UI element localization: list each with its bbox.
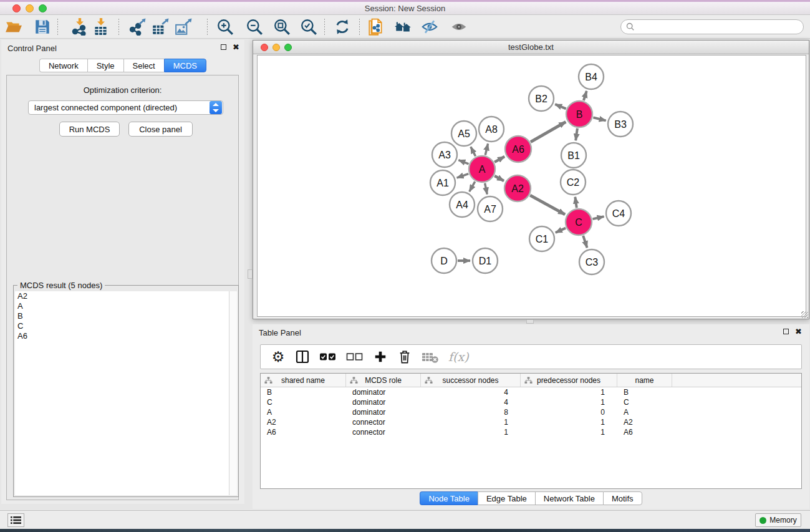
- deselect-all-icon[interactable]: [346, 348, 364, 365]
- result-list-scrollbar[interactable]: [229, 291, 237, 495]
- graph-node-A4[interactable]: A4: [450, 192, 475, 217]
- zoom-selected-icon[interactable]: [297, 17, 320, 37]
- column-header-successor-nodes[interactable]: successor nodes: [421, 374, 521, 387]
- graph-edge-B-B3[interactable]: [593, 117, 605, 120]
- memory-button[interactable]: Memory: [755, 513, 801, 527]
- tab-motifs[interactable]: Motifs: [603, 491, 642, 505]
- mcds-result-item[interactable]: C: [15, 321, 229, 331]
- table-cell[interactable]: dominator: [346, 398, 421, 407]
- table-cell[interactable]: 0: [521, 408, 617, 417]
- tab-mcds[interactable]: MCDS: [164, 59, 206, 72]
- export-image-icon[interactable]: [172, 17, 195, 37]
- graph-edge-A-A5[interactable]: [471, 147, 476, 156]
- delete-row-icon[interactable]: [397, 348, 412, 365]
- graph-node-B2[interactable]: B2: [529, 86, 554, 111]
- table-cell[interactable]: 1: [521, 388, 617, 397]
- table-cell[interactable]: C: [261, 398, 346, 407]
- graph-node-A1[interactable]: A1: [430, 170, 455, 195]
- tab-node-table[interactable]: Node Table: [420, 491, 478, 505]
- mcds-result-item[interactable]: A6: [15, 331, 229, 341]
- table-row[interactable]: Cdominator41C: [261, 397, 801, 407]
- column-header-predecessor-nodes[interactable]: predecessor nodes: [521, 374, 617, 387]
- table-cell[interactable]: C: [617, 398, 672, 407]
- mcds-result-item[interactable]: B: [15, 311, 229, 321]
- table-cell[interactable]: dominator: [346, 408, 421, 417]
- table-row[interactable]: Adominator80A: [261, 407, 801, 417]
- import-network-icon[interactable]: [69, 17, 91, 37]
- table-row[interactable]: A6connector11A6: [261, 427, 801, 437]
- table-cell[interactable]: 4: [421, 388, 521, 397]
- graph-edge-A6-B[interactable]: [531, 122, 566, 142]
- table-cell[interactable]: 8: [421, 408, 521, 417]
- network-minimize-button[interactable]: [272, 44, 280, 51]
- graph-node-A5[interactable]: A5: [451, 121, 476, 146]
- optimization-criterion-select[interactable]: largest connected component (directed): [28, 100, 223, 115]
- graph-edge-B-B1[interactable]: [576, 128, 577, 140]
- network-document-icon[interactable]: [365, 17, 387, 37]
- table-cell[interactable]: 1: [521, 428, 617, 437]
- table-cell[interactable]: 4: [421, 398, 521, 407]
- graph-edge-A-A6[interactable]: [494, 157, 504, 162]
- zoom-in-icon[interactable]: [214, 17, 236, 37]
- close-table-panel-icon[interactable]: ✖: [795, 328, 802, 335]
- table-cell[interactable]: connector: [346, 418, 421, 427]
- float-table-panel-icon[interactable]: [783, 329, 789, 334]
- table-row[interactable]: Bdominator41B: [261, 387, 801, 397]
- import-table-icon[interactable]: [90, 17, 112, 37]
- mcds-result-item[interactable]: A2: [15, 291, 229, 301]
- graph-edge-C-C3[interactable]: [583, 236, 587, 248]
- graph-node-A3[interactable]: A3: [432, 142, 457, 167]
- graph-node-C[interactable]: C: [566, 209, 592, 235]
- show-columns-icon[interactable]: [295, 348, 310, 365]
- table-cell[interactable]: 1: [421, 418, 521, 427]
- zoom-out-icon[interactable]: [243, 17, 266, 37]
- table-cell[interactable]: connector: [346, 428, 421, 437]
- table-cell[interactable]: B: [261, 388, 346, 397]
- refresh-icon[interactable]: [331, 17, 354, 37]
- function-builder-icon[interactable]: f(x): [448, 348, 469, 365]
- graph-edge-A-A2[interactable]: [494, 176, 504, 181]
- vertical-splitter-thumb[interactable]: [248, 269, 253, 279]
- table-cell[interactable]: B: [617, 388, 672, 397]
- graph-edge-C-C2[interactable]: [575, 197, 576, 208]
- graph-node-B3[interactable]: B3: [608, 112, 633, 137]
- graph-edge-C-C4[interactable]: [592, 216, 604, 219]
- graph-node-B4[interactable]: B4: [579, 64, 604, 89]
- graph-node-C3[interactable]: C3: [579, 249, 604, 274]
- show-graphics-details-icon[interactable]: [448, 17, 470, 37]
- graph-node-D1[interactable]: D1: [473, 248, 498, 273]
- network-close-button[interactable]: [261, 44, 268, 51]
- graph-edge-A-A8[interactable]: [485, 143, 488, 155]
- tab-network-table[interactable]: Network Table: [535, 491, 603, 505]
- graph-node-A[interactable]: A: [469, 156, 495, 182]
- graph-edge-A-A7[interactable]: [485, 183, 488, 195]
- open-session-icon[interactable]: [2, 17, 25, 37]
- close-panel-button[interactable]: Close panel: [128, 122, 193, 137]
- graph-edge-B-B4[interactable]: [584, 91, 587, 100]
- column-header-name[interactable]: name: [617, 374, 672, 387]
- graph-edge-A-A4[interactable]: [470, 181, 475, 191]
- table-cell[interactable]: A6: [261, 428, 346, 437]
- table-cell[interactable]: 1: [421, 428, 521, 437]
- table-cell[interactable]: A2: [261, 418, 346, 427]
- graph-node-A6[interactable]: A6: [505, 136, 531, 162]
- table-cell[interactable]: dominator: [346, 388, 421, 397]
- graph-node-C1[interactable]: C1: [529, 226, 554, 251]
- zoom-fit-icon[interactable]: [271, 17, 293, 37]
- graph-edge-A-A1[interactable]: [457, 174, 469, 178]
- graph-node-C2[interactable]: C2: [561, 170, 586, 195]
- graph-node-A8[interactable]: A8: [479, 117, 504, 142]
- graph-edge-C-C1[interactable]: [556, 228, 566, 233]
- table-settings-icon[interactable]: ⚙: [271, 348, 286, 365]
- graph-node-B1[interactable]: B1: [561, 143, 586, 168]
- table-cell[interactable]: A: [617, 408, 672, 417]
- table-cell[interactable]: A2: [617, 418, 672, 427]
- table-cell[interactable]: 1: [521, 418, 617, 427]
- destroy-table-icon[interactable]: [422, 348, 439, 365]
- hide-graphics-details-icon[interactable]: [418, 17, 441, 37]
- window-resize-grip[interactable]: [801, 311, 808, 318]
- export-network-icon[interactable]: [126, 17, 148, 37]
- select-all-icon[interactable]: [319, 348, 337, 365]
- export-table-icon[interactable]: [149, 17, 171, 37]
- mcds-result-item[interactable]: A: [15, 301, 229, 311]
